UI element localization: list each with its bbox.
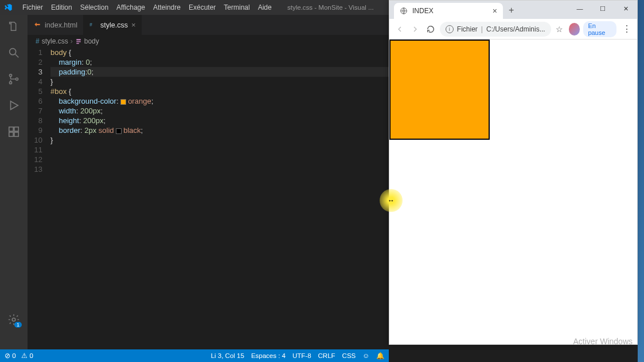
status-encoding[interactable]: UTF-8 <box>292 352 311 359</box>
minimize-button[interactable]: ― <box>568 1 591 17</box>
html-file-icon <box>33 21 41 29</box>
settings-gear-icon[interactable]: 1 <box>7 313 21 326</box>
status-spaces[interactable]: Espaces : 4 <box>251 352 286 359</box>
sync-pause-pill[interactable]: En pause <box>583 21 616 37</box>
error-icon: ⊘ <box>5 352 10 359</box>
menu-executer[interactable]: Exécuter <box>185 3 220 11</box>
globe-icon <box>400 7 408 15</box>
maximize-button[interactable]: ☐ <box>591 1 614 17</box>
tab-style-css[interactable]: # style.css × <box>83 15 142 35</box>
chrome-menu-icon[interactable]: ⋮ <box>620 23 634 34</box>
new-tab-button[interactable]: + <box>509 5 514 15</box>
breadcrumb-file: style.css <box>42 37 68 45</box>
vscode-main: 1 index.html # style.css × <box>0 15 389 349</box>
vscode-titlebar: Fichier Edition Sélection Affichage Atte… <box>0 0 389 15</box>
svg-rect-9 <box>14 132 18 136</box>
svg-rect-7 <box>14 127 18 131</box>
chrome-tab-index[interactable]: INDEX × <box>394 3 503 19</box>
orange-box <box>389 40 490 140</box>
back-button[interactable] <box>393 22 406 37</box>
menu-terminal[interactable]: Terminal <box>220 3 253 11</box>
chrome-tab-close-icon[interactable]: × <box>493 6 497 15</box>
chrome-tab-title: INDEX <box>412 7 434 15</box>
breadcrumb[interactable]: # style.css › body <box>28 35 389 48</box>
reload-button[interactable] <box>424 22 438 37</box>
warning-icon: ⚠ <box>21 352 28 359</box>
status-cursor[interactable]: Li 3, Col 15 <box>211 352 244 359</box>
vscode-window: Fichier Edition Sélection Affichage Atte… <box>0 0 389 362</box>
line-gutter: 12345678910111213 <box>28 48 50 349</box>
run-debug-icon[interactable] <box>7 99 21 112</box>
breadcrumb-symbol: body <box>84 37 99 45</box>
window-title: style.css - MonSite - Visual ... <box>276 4 385 11</box>
tab-close-icon[interactable]: × <box>131 21 136 29</box>
css-file-icon: # <box>36 37 40 45</box>
forward-button[interactable] <box>408 22 421 37</box>
svg-rect-6 <box>9 127 13 131</box>
bookmark-star-icon[interactable]: ☆ <box>556 25 563 34</box>
status-bell-icon[interactable]: 🔔 <box>376 352 384 360</box>
code-lines[interactable]: body { margin: 0; padding:0;}#box { back… <box>50 48 389 349</box>
window-controls: ― ☐ ✕ <box>568 1 637 17</box>
svg-point-2 <box>9 74 11 77</box>
activity-bar: 1 <box>0 15 28 349</box>
svg-point-10 <box>12 318 15 321</box>
svg-point-0 <box>10 49 16 55</box>
menu-atteindre[interactable]: Atteindre <box>149 3 185 11</box>
svg-rect-8 <box>9 132 13 136</box>
chevron-right-icon: › <box>71 37 73 45</box>
url-divider: | <box>481 25 483 33</box>
close-button[interactable]: ✕ <box>614 1 637 17</box>
url-text: C:/Users/Adminis... <box>486 25 545 33</box>
code-editor[interactable]: 12345678910111213 body { margin: 0; padd… <box>28 48 389 349</box>
warning-count: 0 <box>29 352 33 359</box>
status-feedback-icon[interactable]: ☺ <box>362 352 369 359</box>
status-lang[interactable]: CSS <box>342 352 356 359</box>
settings-badge: 1 <box>14 322 22 328</box>
profile-avatar[interactable] <box>569 23 580 36</box>
chrome-tabstrip: INDEX × + ― ☐ ✕ <box>389 1 637 19</box>
chrome-window: INDEX × + ― ☐ ✕ i Fichier | C:/Users/Adm… <box>389 0 638 345</box>
svg-point-3 <box>9 81 11 84</box>
site-info-icon[interactable]: i <box>446 25 454 33</box>
address-bar[interactable]: i Fichier | C:/Users/Adminis... <box>440 22 551 37</box>
windows-activation-watermark: Activer Windows <box>573 337 633 346</box>
svg-text:#: # <box>89 22 92 27</box>
menu-fichier[interactable]: Fichier <box>18 3 47 11</box>
resize-cursor-highlight: ↔ <box>380 189 403 212</box>
symbol-icon <box>75 38 82 45</box>
menu-affichage[interactable]: Affichage <box>112 3 149 11</box>
tab-index-html[interactable]: index.html <box>28 15 83 35</box>
tab-label: index.html <box>45 21 77 29</box>
editor-group: index.html # style.css × # style.css › <box>28 15 389 349</box>
vscode-logo-icon <box>3 3 13 12</box>
page-viewport[interactable] <box>389 40 637 344</box>
source-control-icon[interactable] <box>7 72 21 86</box>
menu-aide[interactable]: Aide <box>254 3 276 11</box>
tab-label: style.css <box>100 21 128 29</box>
svg-marker-5 <box>11 101 18 110</box>
editor-tabs: index.html # style.css × <box>28 15 389 35</box>
status-errors[interactable]: ⊘ 0 ⚠ 0 <box>5 352 33 360</box>
chrome-toolbar: i Fichier | C:/Users/Adminis... ☆ En pau… <box>389 19 637 40</box>
search-icon[interactable] <box>7 46 21 60</box>
status-bar: ⊘ 0 ⚠ 0 Li 3, Col 15 Espaces : 4 UTF-8 C… <box>0 349 389 362</box>
css-file-icon: # <box>89 21 97 29</box>
menu-edition[interactable]: Edition <box>47 3 76 11</box>
explorer-icon[interactable] <box>7 19 21 33</box>
extensions-icon[interactable] <box>7 125 21 139</box>
svg-point-4 <box>15 78 18 80</box>
error-count: 0 <box>12 352 15 359</box>
url-scheme-label: Fichier <box>457 25 478 33</box>
desktop-background-sliver <box>638 0 644 362</box>
resize-horizontal-cursor-icon: ↔ <box>388 196 395 204</box>
svg-line-1 <box>15 54 19 58</box>
status-eol[interactable]: CRLF <box>318 352 335 359</box>
menu-selection[interactable]: Sélection <box>76 3 112 11</box>
